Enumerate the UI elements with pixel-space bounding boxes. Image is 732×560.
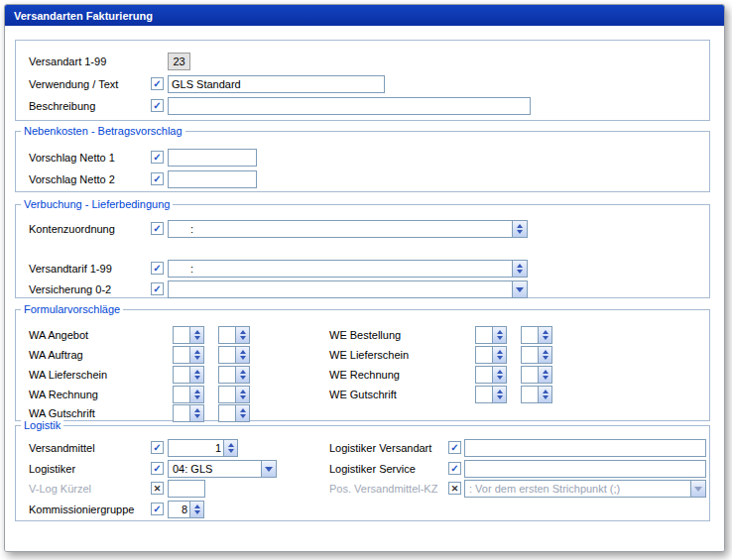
wa-angebot-spinner-1[interactable] [190,326,204,344]
formular-row-5: WA Gutschrift [16,404,709,422]
vorschlag-netto1-input[interactable] [168,149,257,167]
logistiker-dropdown[interactable]: 04: GLS [168,460,277,478]
versicherung-dropdown[interactable] [168,280,528,298]
kontenzuordnung-row: Kontenzuordnung ✓ : [16,220,709,238]
wa-rechnung-spinner-1[interactable] [190,386,204,403]
we-gutschrift-spinner-1[interactable] [493,386,507,403]
arrow-down-icon [517,270,523,274]
beschreibung-input[interactable] [168,97,531,115]
wa-gutschrift-spinner-2[interactable] [236,404,250,422]
logistiker-versandart-checkbox[interactable]: ✓ [448,441,461,454]
logistiker-service-input[interactable] [464,460,706,478]
we-rechnung-input-1[interactable] [475,366,493,384]
we-rechnung-spinner-1[interactable] [493,366,507,384]
we-bestellung-label: WE Bestellung [329,329,401,341]
we-lieferschein-spinner-1[interactable] [493,346,507,364]
we-gutschrift-input-1[interactable] [475,386,493,403]
wa-auftrag-input-2[interactable] [218,346,236,364]
kommissioniergruppe-spinner[interactable] [190,501,204,518]
logistiker-label: Logistiker [29,463,75,475]
arrow-up-icon [543,350,549,354]
we-lieferschein-input-2[interactable] [521,346,539,364]
wa-auftrag-input-1[interactable] [173,346,190,364]
vlog-kuerzel-checkbox[interactable]: ✕ [151,482,164,495]
verwendung-checkbox[interactable]: ✓ [151,77,164,90]
logistiker-dropdown-button[interactable] [261,461,276,477]
versicherung-dropdown-button[interactable] [512,281,527,297]
logistiker-checkbox[interactable]: ✓ [151,462,164,475]
wa-lieferschein-spinner-2[interactable] [236,366,250,384]
vorschlag-netto2-checkbox[interactable]: ✓ [151,172,164,185]
arrow-up-icon [517,224,523,228]
wa-angebot-input-1[interactable] [173,326,190,344]
versandart-row: Versandart 1-99 [16,53,709,70]
wa-rechnung-input-2[interactable] [218,386,236,403]
window-title: Versandarten Fakturierung [14,10,153,22]
vorschlag-netto2-input[interactable] [168,170,257,188]
wa-angebot-spinner-2[interactable] [236,326,250,344]
wa-rechnung-spinner-2[interactable] [236,386,250,403]
kontenzuordnung-label: Kontenzuordnung [29,223,115,235]
we-bestellung-input-1[interactable] [475,326,493,344]
wa-auftrag-spinner-1[interactable] [190,346,204,364]
versandmittel-checkbox[interactable]: ✓ [151,441,164,454]
vorschlag-netto1-checkbox[interactable]: ✓ [151,151,164,164]
wa-auftrag-label: WA Auftrag [29,349,83,361]
kontenzuordnung-spinner[interactable] [512,221,527,237]
arrow-up-icon [240,350,246,354]
arrow-down-icon [497,376,503,380]
vlog-kuerzel-input[interactable] [168,480,205,498]
formular-row-1: WA Angebot WE Bestellung [16,326,709,344]
arrow-up-icon [194,408,200,412]
versandtarif-combo[interactable]: : [168,260,528,278]
verwendung-input[interactable] [168,75,385,93]
we-gutschrift-spinner-2[interactable] [539,386,552,403]
versandmittel-spinner[interactable] [224,439,238,457]
arrow-up-icon [194,330,200,334]
kommissioniergruppe-input[interactable] [168,501,190,518]
logistiker-service-checkbox[interactable]: ✓ [448,462,461,475]
pos-versandmittel-checkbox[interactable]: ✕ [448,482,461,495]
beschreibung-checkbox[interactable]: ✓ [151,99,164,112]
we-lieferschein-spinner-2[interactable] [539,346,552,364]
we-bestellung-spinner-1[interactable] [493,326,507,344]
wa-rechnung-input-1[interactable] [173,386,190,403]
wa-gutschrift-input-2[interactable] [218,404,236,422]
kontenzuordnung-combo[interactable]: : [168,220,528,238]
wa-rechnung-label: WA Rechnung [29,389,98,400]
versandarten-window: Versandarten Fakturierung Versandart 1-9… [4,4,725,552]
we-gutschrift-input-2[interactable] [521,386,539,403]
wa-lieferschein-input-1[interactable] [173,366,190,384]
arrow-up-icon [194,370,200,374]
formulare-group-title: Formularvorschläge [21,302,123,316]
kommissioniergruppe-checkbox[interactable]: ✓ [151,503,164,515]
versandtarif-row: Versandtarif 1-99 ✓ : [16,260,709,278]
kontenzuordnung-checkbox[interactable]: ✓ [151,222,164,235]
arrow-up-icon [497,370,503,374]
pos-versandmittel-dropdown-button[interactable] [690,481,705,497]
pos-versandmittel-dropdown[interactable]: : Vor dem ersten Strichpunkt (;) [464,480,706,498]
arrow-up-icon [240,408,246,412]
we-rechnung-input-2[interactable] [521,366,539,384]
arrow-down-icon [497,356,503,360]
versicherung-checkbox[interactable]: ✓ [151,282,164,295]
logistiker-versandart-input[interactable] [464,439,706,457]
verwendung-label: Verwendung / Text [29,78,118,90]
window-titlebar[interactable]: Versandarten Fakturierung [5,5,724,26]
versandtarif-spinner[interactable] [512,261,527,277]
wa-gutschrift-input-1[interactable] [173,404,190,422]
wa-gutschrift-spinner-1[interactable] [190,404,204,422]
arrow-up-icon [194,504,200,508]
wa-lieferschein-input-2[interactable] [218,366,236,384]
arrow-down-icon [194,510,200,514]
we-bestellung-input-2[interactable] [521,326,539,344]
versandtarif-checkbox[interactable]: ✓ [151,262,164,275]
versandmittel-input[interactable] [168,439,224,457]
wa-angebot-input-2[interactable] [218,326,236,344]
wa-auftrag-spinner-2[interactable] [236,346,250,364]
wa-lieferschein-spinner-1[interactable] [190,366,204,384]
we-bestellung-spinner-2[interactable] [539,326,552,344]
we-lieferschein-input-1[interactable] [475,346,493,364]
we-rechnung-spinner-2[interactable] [539,366,552,384]
versandart-label: Versandart 1-99 [29,56,106,67]
